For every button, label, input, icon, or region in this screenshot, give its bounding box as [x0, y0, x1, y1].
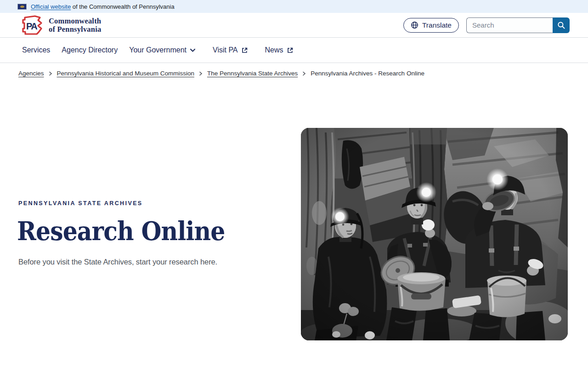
- globe-icon: [411, 21, 418, 29]
- breadcrumb-agencies[interactable]: Agencies: [18, 70, 44, 77]
- official-banner: Official website of the Commonwealth of …: [0, 0, 588, 13]
- nav-item-agency-directory[interactable]: Agency Directory: [62, 46, 118, 54]
- breadcrumb-state-archives[interactable]: The Pennsylvania State Archives: [207, 70, 298, 77]
- breadcrumb-phmc[interactable]: Pennsylvania Historical and Museum Commi…: [57, 70, 194, 77]
- primary-nav: Services Agency Directory Your Governmen…: [0, 38, 588, 63]
- keystone-icon: PA: [18, 14, 44, 36]
- breadcrumb-current-page: Pennsylvania Archives - Research Online: [311, 70, 424, 77]
- pa-logo[interactable]: PA Commonwealth of Pennsylvania: [18, 14, 101, 36]
- nav-item-news[interactable]: News: [265, 46, 294, 54]
- chevron-right-icon: [302, 71, 306, 76]
- hero-subtitle: Before you visit the State Archives, sta…: [18, 258, 217, 266]
- page-title: Research Online: [17, 216, 225, 246]
- svg-text:PA: PA: [26, 21, 37, 31]
- translate-button[interactable]: Translate: [403, 18, 459, 33]
- search-button[interactable]: [553, 17, 570, 33]
- pennsylvania-flag-icon: [17, 4, 27, 10]
- nav-item-visit-pa[interactable]: Visit PA: [213, 46, 248, 54]
- hero-section: PENNSYLVANIA STATE ARCHIVES Research Onl…: [0, 77, 588, 368]
- external-link-icon: [241, 47, 248, 54]
- chevron-right-icon: [49, 71, 52, 76]
- logo-wordmark: Commonwealth of Pennsylvania: [49, 17, 101, 33]
- search-input[interactable]: [466, 17, 553, 33]
- chevron-right-icon: [199, 71, 203, 76]
- breadcrumb: Agencies Pennsylvania Historical and Mus…: [0, 63, 588, 77]
- external-link-icon: [287, 47, 294, 54]
- search-icon: [557, 21, 565, 29]
- official-website-link[interactable]: Official website: [31, 3, 71, 10]
- nav-item-your-government[interactable]: Your Government: [129, 46, 196, 54]
- site-search: [466, 17, 570, 33]
- nav-item-services[interactable]: Services: [22, 46, 50, 54]
- archives-photo: [301, 128, 568, 340]
- chevron-down-icon: [190, 48, 196, 52]
- hero-eyebrow: PENNSYLVANIA STATE ARCHIVES: [18, 200, 143, 207]
- banner-text: of the Commonwealth of Pennsylvania: [73, 3, 175, 10]
- site-header: PA Commonwealth of Pennsylvania Translat…: [0, 13, 588, 38]
